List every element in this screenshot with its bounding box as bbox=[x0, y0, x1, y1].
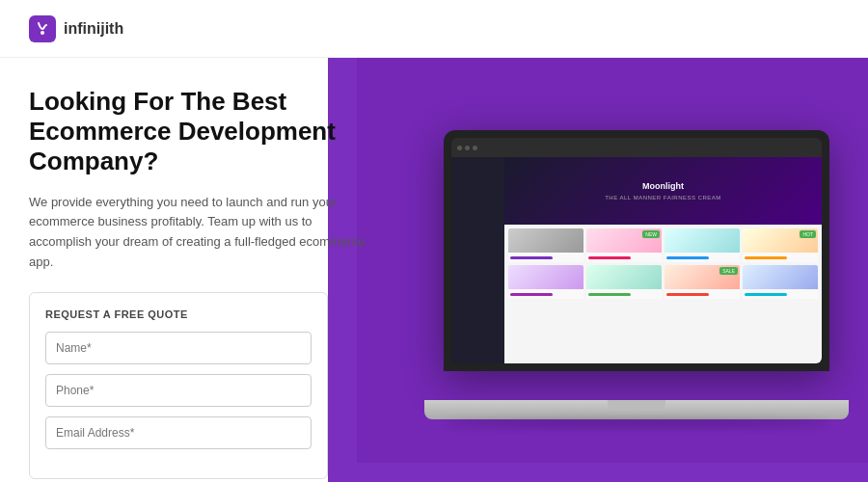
nav-item-products[interactable]: Products bbox=[388, 21, 441, 37]
product-2: NEW bbox=[586, 228, 662, 262]
product-label-4: HOT bbox=[800, 230, 816, 238]
laptop-notch bbox=[608, 400, 665, 410]
nav-item-contact[interactable]: Contact bbox=[793, 21, 839, 37]
logo[interactable]: infinijith bbox=[29, 15, 123, 42]
screen-topbar bbox=[451, 138, 822, 157]
laptop-shadow bbox=[444, 419, 829, 427]
screen-dot-2 bbox=[465, 146, 470, 150]
left-panel: Looking For The Best Ecommerce Developme… bbox=[0, 58, 405, 482]
nav-item-blog[interactable]: Blog bbox=[739, 21, 766, 37]
screen-dot-3 bbox=[473, 146, 477, 150]
svg-point-0 bbox=[41, 31, 44, 35]
product-4: HOT bbox=[743, 228, 818, 262]
product-8 bbox=[743, 265, 818, 299]
screen-dot-1 bbox=[457, 146, 462, 150]
right-panel: Moonlight THE ALL MANNER FAIRNESS CREAM bbox=[405, 58, 868, 482]
hero-description: We provide everything you need to launch… bbox=[29, 193, 376, 273]
nav-item-company[interactable]: Company bbox=[303, 21, 361, 37]
form-title: REQUEST A FREE QUOTE bbox=[45, 308, 312, 320]
product-label-2: NEW bbox=[642, 230, 660, 238]
screen-banner: Moonlight THE ALL MANNER FAIRNESS CREAM bbox=[504, 157, 822, 225]
laptop-screen-outer: Moonlight THE ALL MANNER FAIRNESS CREAM bbox=[444, 130, 829, 371]
email-input[interactable] bbox=[45, 416, 312, 449]
laptop-base bbox=[424, 400, 849, 419]
main-content: Looking For The Best Ecommerce Developme… bbox=[0, 58, 868, 482]
product-grid: NEW HOT bbox=[504, 225, 822, 303]
product-5 bbox=[508, 265, 583, 299]
nav-item-services[interactable]: Services bbox=[468, 21, 520, 37]
laptop-screen-inner: Moonlight THE ALL MANNER FAIRNESS CREAM bbox=[451, 138, 822, 363]
product-6 bbox=[586, 265, 662, 299]
screen-sidebar bbox=[451, 157, 504, 363]
product-label-7: SALE bbox=[719, 267, 738, 275]
nav-item-clients[interactable]: Clients bbox=[670, 21, 712, 37]
banner-subtitle: THE ALL MANNER FAIRNESS CREAM bbox=[605, 195, 721, 201]
quote-form: REQUEST A FREE QUOTE bbox=[29, 292, 328, 479]
phone-input[interactable] bbox=[45, 374, 312, 407]
banner-title: Moonlight bbox=[605, 181, 721, 193]
product-1 bbox=[508, 228, 583, 262]
hero-title: Looking For The Best Ecommerce Developme… bbox=[29, 87, 376, 177]
main-nav: Company Products Services Hire Developer… bbox=[303, 21, 839, 37]
logo-icon bbox=[29, 15, 56, 42]
logo-text: infinijith bbox=[64, 20, 123, 38]
laptop-mockup: Moonlight THE ALL MANNER FAIRNESS CREAM bbox=[424, 130, 849, 419]
nav-item-hire-developers[interactable]: Hire Developers bbox=[547, 21, 643, 37]
screen-content: Moonlight THE ALL MANNER FAIRNESS CREAM bbox=[451, 138, 822, 363]
header: infinijith Company Products Services Hir… bbox=[0, 0, 868, 58]
screen-main-area: Moonlight THE ALL MANNER FAIRNESS CREAM bbox=[504, 157, 822, 363]
product-3 bbox=[665, 228, 740, 262]
product-7: SALE bbox=[665, 265, 740, 299]
name-input[interactable] bbox=[45, 332, 312, 364]
